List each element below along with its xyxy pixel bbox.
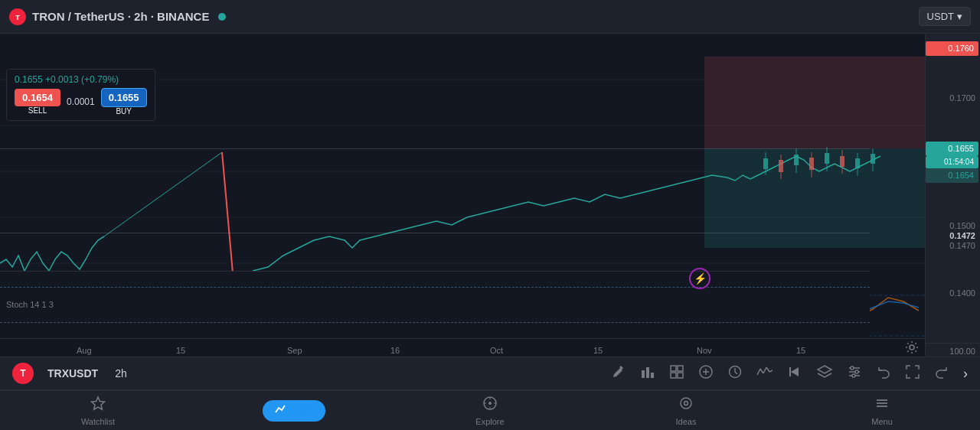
nav-ideas[interactable]: Ideas (588, 391, 784, 430)
explore-icon (482, 396, 498, 415)
spread-value: 0.0001 (67, 96, 95, 107)
header: T TRON / TetherUS · 2h · BINANCE USDT ▾ (0, 0, 980, 34)
svg-point-59 (488, 402, 492, 405)
stoch-max-label: 100.00 (926, 347, 980, 357)
svg-line-46 (766, 367, 769, 372)
watchlist-label: Watchlist (81, 417, 115, 426)
currency-selector[interactable]: USDT ▾ (919, 7, 971, 26)
stoch-lower-line (0, 322, 870, 323)
svg-rect-35 (671, 373, 676, 378)
price-info-box: 0.1655 +0.0013 (+0.79%) 0.1654 SELL 0.00… (6, 69, 155, 121)
svg-text:T: T (15, 14, 20, 21)
stoch-upper-line (0, 287, 870, 288)
svg-point-65 (684, 401, 688, 405)
ideas-label: Ideas (676, 417, 697, 426)
svg-rect-34 (678, 366, 683, 371)
replay-icon[interactable] (787, 364, 802, 383)
nav-watchlist[interactable]: Watchlist (0, 391, 196, 430)
toolbar-timeframe: 2h (115, 367, 127, 380)
svg-point-56 (852, 374, 855, 377)
svg-rect-36 (678, 373, 683, 378)
fullscreen-icon[interactable] (905, 364, 920, 383)
time-15a: 15 (176, 346, 185, 355)
svg-line-43 (757, 369, 760, 375)
svg-marker-50 (818, 366, 831, 373)
svg-line-44 (760, 369, 763, 373)
price-level-01655: 0.1655 (926, 142, 978, 156)
toolbar-logo: T (12, 363, 34, 384)
time-aug: Aug (77, 346, 92, 355)
time-sep: Sep (287, 346, 302, 355)
ideas-icon (678, 396, 694, 415)
add-indicator-icon[interactable] (698, 364, 714, 383)
time-axis-settings-icon[interactable] (905, 340, 919, 357)
buy-label: BUY (101, 107, 147, 116)
sell-price: 0.1654 (15, 89, 60, 106)
bottom-nav: Watchlist Chart Explore Ideas Menu (0, 390, 980, 430)
toolbar-pair: TRXUSDT (47, 367, 98, 380)
buy-price: 0.1655 (101, 88, 147, 107)
live-indicator (218, 13, 226, 21)
svg-line-45 (763, 367, 766, 373)
price-level-015: 0.1500 (926, 221, 980, 231)
layers-icon[interactable] (816, 364, 833, 383)
time-15b: 15 (593, 346, 603, 355)
svg-line-42 (735, 372, 737, 374)
price-level-01472: 0.1472 (926, 231, 980, 241)
watchlist-icon (90, 396, 106, 415)
price-time: 01:54:04 (926, 156, 978, 168)
currency-label: USDT (927, 11, 954, 22)
support-line (0, 233, 870, 233)
nav-menu[interactable]: Menu (784, 391, 980, 430)
time-15c: 15 (796, 346, 805, 355)
svg-point-54 (851, 366, 854, 370)
time-16: 16 (390, 346, 400, 355)
svg-point-64 (681, 398, 691, 409)
svg-rect-33 (671, 366, 676, 371)
svg-rect-30 (642, 370, 645, 378)
sell-button[interactable]: 0.1654 SELL (15, 89, 60, 115)
stochastic-area (0, 271, 870, 338)
menu-icon (874, 396, 890, 415)
menu-label: Menu (871, 417, 893, 426)
price-level-01654: 0.1654 (926, 168, 978, 183)
nav-explore[interactable]: Explore (392, 391, 588, 430)
chart-settings-icon[interactable] (847, 364, 862, 383)
stoch-label: Stoch 14 1 3 (6, 300, 54, 309)
header-pair: TRON / TetherUS · 2h · BINANCE (32, 10, 209, 23)
alert-icon[interactable] (727, 364, 743, 383)
chart-nav-highlight: Chart (263, 400, 325, 422)
undo-icon[interactable] (876, 364, 891, 383)
price-level-014: 0.1400 (926, 288, 980, 298)
nav-chart[interactable]: Chart (196, 391, 392, 430)
price-level-0176: 0.1760 (926, 41, 978, 56)
price-change: 0.1655 +0.0013 (+0.79%) (15, 74, 147, 85)
price-level-017: 0.1700 (926, 93, 980, 103)
svg-point-29 (910, 345, 914, 350)
svg-line-7 (104, 152, 222, 236)
more-tools-chevron[interactable]: › (963, 366, 968, 382)
price-scale: 0.1760 0.1700 0.1655 01:54:04 0.1654 0.1… (925, 34, 980, 361)
drawing-tool-icon[interactable] (611, 364, 626, 383)
svg-rect-32 (651, 373, 654, 378)
redo-icon[interactable] (934, 364, 949, 383)
svg-marker-48 (791, 367, 799, 376)
price-buttons: 0.1654 SELL 0.0001 0.1655 BUY (15, 88, 147, 116)
svg-rect-31 (646, 367, 649, 378)
time-oct: Oct (490, 346, 503, 355)
chevron-icon: ▾ (957, 11, 962, 22)
chart-area: 0.1655 +0.0013 (+0.79%) 0.1654 SELL 0.00… (0, 34, 980, 361)
sell-label: SELL (15, 106, 60, 115)
price-level-0147: 0.1470 (926, 241, 980, 251)
resistance-zone (704, 57, 925, 148)
lightning-indicator[interactable]: ⚡ (689, 268, 710, 289)
buy-button[interactable]: 0.1655 BUY (101, 88, 147, 116)
indicators-icon[interactable] (756, 364, 773, 383)
resistance-line (0, 148, 870, 149)
explore-label: Explore (475, 417, 504, 426)
chart-type-icon[interactable] (640, 364, 655, 383)
layout-icon[interactable] (669, 364, 684, 383)
toolbar: T TRXUSDT 2h › (0, 357, 980, 390)
time-nov: Nov (697, 346, 712, 355)
header-logo: T (9, 8, 26, 25)
